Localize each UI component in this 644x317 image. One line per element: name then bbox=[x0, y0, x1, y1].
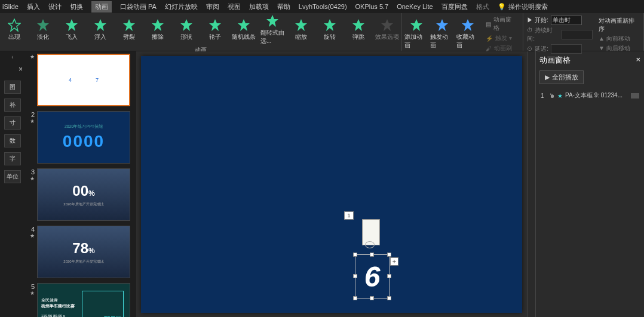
star-icon bbox=[381, 19, 394, 32]
menu-item[interactable]: 视图 bbox=[228, 2, 241, 11]
resize-handle[interactable] bbox=[353, 274, 357, 278]
menu-item[interactable]: 切换 bbox=[70, 2, 83, 11]
favorite-animation-button[interactable]: 收藏动画 bbox=[456, 19, 480, 50]
slide-thumbnail[interactable]: 全民健身 杭州半车骑行比赛 119.56 80.00 s 8170.5 144.… bbox=[37, 283, 130, 317]
menu-item[interactable]: 格式 bbox=[476, 2, 489, 11]
delay-input[interactable] bbox=[551, 44, 582, 54]
slide-canvas-area[interactable]: 1 6 + bbox=[136, 51, 527, 317]
resize-handle[interactable] bbox=[387, 274, 391, 278]
slide-canvas[interactable]: 1 6 + bbox=[141, 56, 522, 313]
close-icon[interactable]: × bbox=[636, 55, 640, 66]
svg-marker-11 bbox=[324, 19, 336, 31]
animation-list-item[interactable]: 1 🖱 ★ PA-文本框 9: 01234... bbox=[539, 90, 640, 101]
resize-handle[interactable] bbox=[387, 253, 391, 257]
slide-thumbnail[interactable]: 78%2020年房地产开发完成比 bbox=[37, 226, 130, 278]
anim-shape[interactable]: 形状 bbox=[174, 19, 198, 41]
menu-item[interactable]: 口袋动画 PA bbox=[120, 2, 157, 11]
tool-button[interactable]: 补 bbox=[4, 99, 21, 112]
chevron-left-icon[interactable]: ‹ bbox=[11, 54, 13, 60]
menu-item[interactable]: 幻灯片放映 bbox=[165, 2, 198, 11]
menu-item[interactable]: 审阅 bbox=[206, 2, 219, 11]
svg-marker-9 bbox=[266, 15, 278, 27]
anim-fade[interactable]: 淡化 bbox=[31, 19, 55, 41]
menu-item[interactable]: iSlide bbox=[2, 3, 19, 10]
trigger-dropdown[interactable]: ⚡触发 ▾ bbox=[486, 34, 517, 42]
tool-button[interactable]: 字 bbox=[4, 152, 21, 165]
mouse-icon: 🖱 bbox=[549, 93, 555, 99]
duration-input[interactable] bbox=[562, 30, 593, 39]
anim-indicator-icon: ★ bbox=[30, 233, 35, 239]
menu-item[interactable]: OKPlus 5.7 bbox=[355, 3, 389, 10]
tell-me-search[interactable]: 💡 操作说明搜索 bbox=[498, 2, 548, 11]
ribbon: 出现 淡化 飞入 浮入 劈裂 擦除 形状 轮子 随机线条 翻转式由远... 缩放… bbox=[0, 13, 644, 51]
svg-marker-16 bbox=[462, 19, 474, 31]
menu-item-active[interactable]: 动画 bbox=[91, 1, 112, 13]
svg-marker-3 bbox=[94, 19, 106, 31]
pane-title: 动画窗格 bbox=[539, 55, 571, 66]
delay-label: ⏲ 延迟: bbox=[527, 45, 548, 53]
tool-button[interactable]: 图 bbox=[4, 81, 21, 94]
svg-marker-8 bbox=[238, 19, 250, 31]
star-icon bbox=[94, 19, 107, 32]
anim-wipe[interactable]: 擦除 bbox=[146, 19, 170, 41]
anim-split[interactable]: 劈裂 bbox=[117, 19, 141, 41]
anim-growturn[interactable]: 翻转式由远... bbox=[260, 14, 284, 45]
anim-zoom[interactable]: 缩放 bbox=[289, 19, 313, 41]
anim-flyin[interactable]: 飞入 bbox=[60, 19, 84, 41]
anim-swivel[interactable]: 旋转 bbox=[318, 19, 342, 41]
menu-item[interactable]: LvyhTools(0429) bbox=[299, 3, 347, 10]
effect-options[interactable]: 效果选项 bbox=[375, 19, 399, 41]
pane-icon: ▤ bbox=[486, 21, 491, 27]
animation-pane-toggle[interactable]: ▤动画窗格 bbox=[486, 16, 517, 32]
trigger-animation-button[interactable]: 触发动画 bbox=[430, 19, 453, 50]
move-earlier-button[interactable]: ▲ 向前移动 bbox=[599, 35, 640, 43]
star-icon: ★ bbox=[557, 93, 563, 99]
resize-handle[interactable] bbox=[370, 296, 374, 300]
menu-item[interactable]: 插入 bbox=[27, 2, 40, 11]
slide-thumbnail[interactable]: 2020年练习PPT技能0000 bbox=[37, 111, 130, 164]
reorder-title: 对动画重新排序 bbox=[599, 17, 640, 33]
anim-randombars[interactable]: 随机线条 bbox=[232, 19, 256, 41]
slide-thumbnails[interactable]: ★ 47 2★ 2020年练习PPT技能0000 3★ 00%2020年房地产开… bbox=[25, 51, 136, 317]
menu-item[interactable]: 加载项 bbox=[249, 2, 269, 11]
move-later-button[interactable]: ▼ 向后移动 bbox=[599, 44, 640, 53]
svg-marker-4 bbox=[123, 19, 135, 31]
shape-object[interactable] bbox=[362, 219, 380, 245]
menu-item[interactable]: 百度网盘 bbox=[441, 2, 468, 11]
resize-handle[interactable] bbox=[370, 253, 374, 257]
slide-thumbnail[interactable]: 47 bbox=[37, 54, 130, 106]
play-icon: ▶ bbox=[545, 73, 550, 81]
anim-wheel[interactable]: 轮子 bbox=[203, 19, 227, 41]
resize-handle[interactable] bbox=[387, 296, 391, 300]
tool-button[interactable]: 数 bbox=[4, 134, 21, 147]
tool-button[interactable]: 单位 bbox=[4, 170, 21, 183]
anim-floatin[interactable]: 浮入 bbox=[88, 19, 112, 41]
svg-marker-6 bbox=[180, 19, 192, 31]
anim-appear[interactable]: 出现 bbox=[2, 19, 26, 41]
timeline-bar[interactable] bbox=[631, 93, 639, 99]
selected-textbox[interactable]: 6 + bbox=[355, 254, 390, 298]
star-icon bbox=[436, 19, 449, 32]
star-icon bbox=[36, 19, 50, 32]
anim-indicator-icon: ★ bbox=[30, 290, 35, 296]
animation-order-tag[interactable]: 1 bbox=[344, 211, 354, 220]
vertical-scrollbar[interactable] bbox=[527, 51, 535, 317]
menu-item[interactable]: 帮助 bbox=[277, 2, 290, 11]
add-button[interactable]: + bbox=[390, 257, 398, 266]
menu-item[interactable]: 设计 bbox=[48, 2, 62, 11]
resize-handle[interactable] bbox=[353, 296, 357, 300]
svg-marker-15 bbox=[436, 19, 448, 31]
animation-gallery[interactable]: 出现 淡化 飞入 浮入 劈裂 擦除 形状 轮子 随机线条 翻转式由远... 缩放… bbox=[2, 14, 399, 45]
slide-thumbnail[interactable]: 00%2020年房地产开发完成比 bbox=[37, 168, 130, 221]
add-animation-button[interactable]: 添加动画 bbox=[404, 19, 428, 50]
svg-marker-14 bbox=[410, 19, 422, 31]
close-icon[interactable]: × bbox=[19, 65, 23, 73]
anim-bounce[interactable]: 弹跳 bbox=[346, 19, 370, 41]
start-label: ▶ 开始: bbox=[527, 16, 548, 24]
resize-handle[interactable] bbox=[353, 253, 357, 257]
anim-indicator-icon: ★ bbox=[30, 176, 35, 181]
tool-button[interactable]: 寸 bbox=[4, 116, 21, 130]
play-all-button[interactable]: ▶ 全部播放 bbox=[539, 70, 584, 84]
menu-item[interactable]: OneKey Lite bbox=[397, 3, 433, 10]
start-select[interactable] bbox=[551, 16, 582, 25]
